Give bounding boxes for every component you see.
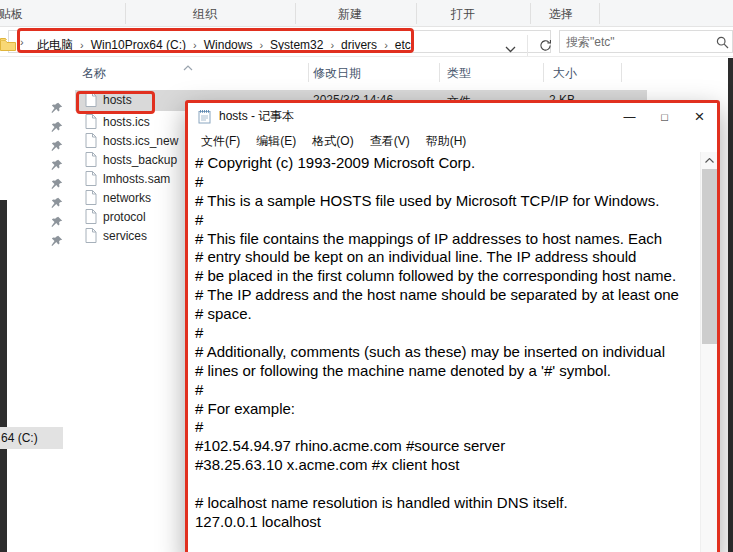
notepad-text-area[interactable]: # Copyright (c) 1993-2009 Microsoft Corp… bbox=[190, 152, 700, 552]
breadcrumb-item-etc[interactable]: etc bbox=[392, 38, 414, 52]
hosts-file-line bbox=[195, 475, 700, 494]
menu-format[interactable]: 格式(O) bbox=[304, 133, 361, 150]
hosts-file-line: # entry should be kept on an individual … bbox=[195, 248, 700, 267]
hosts-file-line: # lines or following the machine name de… bbox=[195, 362, 700, 381]
ribbon-section-open: 打开 bbox=[451, 6, 475, 23]
file-name: hosts.ics bbox=[103, 115, 150, 129]
hosts-file-line: # Copyright (c) 1993-2009 Microsoft Corp… bbox=[195, 154, 700, 173]
breadcrumb-separator-icon: › bbox=[189, 39, 201, 51]
explorer-ribbon: 剪贴板 组织 新建 打开 选择 bbox=[0, 0, 733, 27]
column-header-name[interactable]: 名称 bbox=[82, 65, 106, 82]
ribbon-divider bbox=[295, 3, 296, 24]
file-name: services bbox=[103, 229, 147, 243]
address-toolbar: › 此电脑 › Win10Prox64 (C:) › Windows › Sys… bbox=[0, 27, 733, 57]
file-icon bbox=[85, 209, 97, 227]
search-icon bbox=[716, 35, 729, 53]
ribbon-divider bbox=[599, 3, 600, 24]
scroll-up-icon[interactable] bbox=[701, 152, 718, 169]
breadcrumb-separator-icon: › bbox=[380, 39, 392, 51]
hosts-file-line: #38.25.63.10 x.acme.com #x client host bbox=[195, 456, 700, 475]
pushpin-icon bbox=[51, 138, 63, 150]
hosts-file-line: #102.54.94.97 rhino.acme.com #source ser… bbox=[195, 437, 700, 456]
file-icon bbox=[85, 133, 97, 151]
search-input[interactable] bbox=[566, 32, 706, 51]
breadcrumb-item-windows[interactable]: Windows bbox=[201, 38, 256, 52]
nav-pane-item-partial[interactable]: 64 (C:) bbox=[0, 427, 63, 449]
breadcrumb-separator-icon: › bbox=[20, 36, 24, 48]
address-divider bbox=[527, 35, 528, 56]
pushpin-icon bbox=[51, 100, 63, 112]
scrollbar-thumb[interactable] bbox=[702, 169, 717, 344]
pushpin-icon bbox=[51, 233, 63, 245]
maximize-button[interactable]: □ bbox=[647, 103, 682, 130]
column-header-size[interactable]: 大小 bbox=[553, 65, 577, 82]
file-name: protocol bbox=[103, 210, 146, 224]
notepad-app-icon bbox=[197, 109, 212, 124]
breadcrumb-item-drive-c[interactable]: Win10Prox64 (C:) bbox=[88, 38, 189, 52]
menu-help[interactable]: 帮助(H) bbox=[418, 133, 475, 150]
file-name: networks bbox=[103, 191, 151, 205]
column-header-date-modified[interactable]: 修改日期 bbox=[313, 65, 361, 82]
breadcrumb-item-system32[interactable]: System32 bbox=[267, 38, 326, 52]
hosts-file-line: # localhost name resolution is handled w… bbox=[195, 494, 700, 513]
file-icon bbox=[85, 171, 97, 189]
folder-icon bbox=[0, 37, 16, 55]
hosts-file-line: # This is a sample HOSTS file used by Mi… bbox=[195, 192, 700, 211]
address-dropdown-chevron-icon[interactable] bbox=[505, 39, 516, 57]
file-name: hosts.ics_new bbox=[103, 134, 178, 148]
hosts-file-line: # Additionally, comments (such as these)… bbox=[195, 343, 700, 362]
ribbon-section-select: 选择 bbox=[549, 6, 573, 23]
file-name: hosts_backup bbox=[103, 153, 177, 167]
close-button[interactable]: × bbox=[682, 103, 717, 130]
search-box bbox=[559, 30, 733, 53]
minimize-button[interactable]: — bbox=[612, 103, 647, 130]
ribbon-divider bbox=[125, 3, 126, 24]
hosts-file-line: # bbox=[195, 418, 700, 437]
file-icon bbox=[85, 152, 97, 170]
hosts-file-line: 127.0.0.1 localhost bbox=[195, 513, 700, 532]
breadcrumb-item-this-pc[interactable]: 此电脑 bbox=[34, 37, 76, 54]
hosts-file-line: # The IP address and the host name shoul… bbox=[195, 286, 700, 305]
pushpin-icon bbox=[51, 195, 63, 207]
column-divider bbox=[543, 63, 544, 82]
file-icon bbox=[85, 114, 97, 132]
notepad-menubar: 文件(F) 编辑(E) 格式(O) 查看(V) 帮助(H) bbox=[188, 130, 717, 152]
address-bar[interactable]: › 此电脑 › Win10Prox64 (C:) › Windows › Sys… bbox=[8, 30, 551, 53]
refresh-button[interactable] bbox=[533, 35, 557, 56]
breadcrumb-item-drivers[interactable]: drivers bbox=[338, 38, 380, 52]
breadcrumb: 此电脑 › Win10Prox64 (C:) › Windows › Syste… bbox=[34, 34, 414, 56]
breadcrumb-separator-icon: › bbox=[326, 39, 338, 51]
menu-edit[interactable]: 编辑(E) bbox=[248, 133, 304, 150]
hosts-file-line bbox=[195, 532, 700, 551]
column-header-type[interactable]: 类型 bbox=[447, 65, 471, 82]
notepad-scrollbar[interactable] bbox=[700, 152, 717, 552]
file-icon bbox=[85, 92, 97, 110]
breadcrumb-separator-icon: › bbox=[255, 39, 267, 51]
menu-file[interactable]: 文件(F) bbox=[193, 133, 248, 150]
pushpin-icon bbox=[51, 214, 63, 226]
notepad-window-controls: — □ × bbox=[612, 103, 717, 130]
ribbon-section-new: 新建 bbox=[338, 6, 362, 23]
hosts-file-line: # This file contains the mappings of IP … bbox=[195, 230, 700, 249]
hosts-file-line: # bbox=[195, 173, 700, 192]
file-name: lmhosts.sam bbox=[103, 172, 170, 186]
background-window-edge bbox=[0, 200, 7, 552]
file-explorer-with-notepad: 剪贴板 组织 新建 打开 选择 › 此电脑 › Win10Prox64 (C:)… bbox=[0, 0, 733, 552]
pushpin-icon bbox=[51, 157, 63, 169]
file-icon bbox=[85, 228, 97, 246]
notepad-window-title: hosts - 记事本 bbox=[219, 108, 294, 125]
ribbon-section-clipboard: 剪贴板 bbox=[0, 6, 23, 23]
hosts-file-line: # be placed in the first column followed… bbox=[195, 267, 700, 286]
hosts-file-line: # For example: bbox=[195, 400, 700, 419]
notepad-window: hosts - 记事本 — □ × 文件(F) 编辑(E) 格式(O) 查看(V… bbox=[185, 100, 720, 552]
notepad-titlebar[interactable]: hosts - 记事本 — □ × bbox=[188, 103, 717, 130]
ribbon-divider bbox=[416, 3, 417, 24]
menu-view[interactable]: 查看(V) bbox=[362, 133, 418, 150]
hosts-file-line: # space. bbox=[195, 305, 700, 324]
file-icon bbox=[85, 190, 97, 208]
hosts-file-line: # bbox=[195, 324, 700, 343]
hosts-file-line: # bbox=[195, 381, 700, 400]
sort-ascending-icon bbox=[183, 57, 193, 75]
background-window-edge bbox=[728, 58, 733, 552]
pushpin-icon bbox=[51, 176, 63, 188]
